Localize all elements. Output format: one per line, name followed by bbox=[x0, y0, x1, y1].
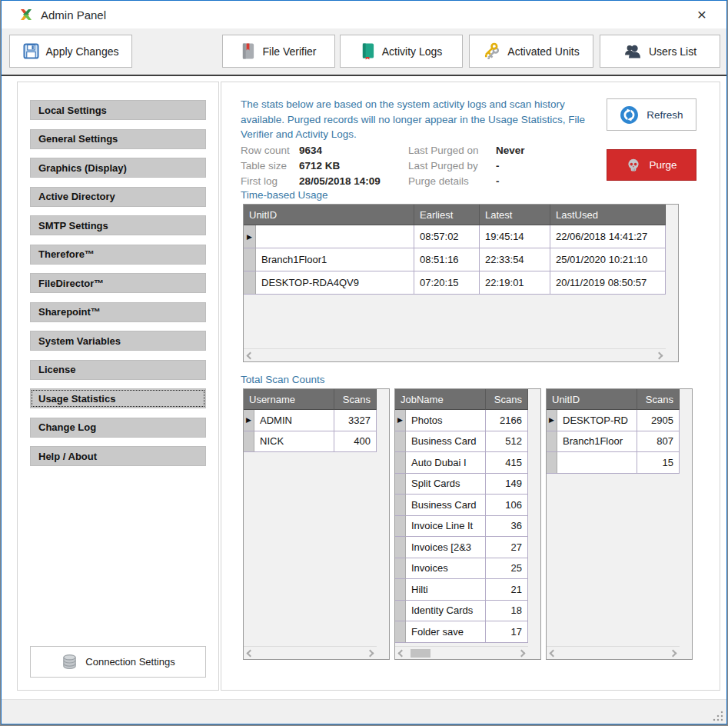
stat-value: - bbox=[496, 160, 500, 172]
close-button[interactable]: × bbox=[686, 1, 717, 28]
cell-jobname: Business Card bbox=[406, 431, 486, 453]
stat-label: Last Purged on bbox=[408, 145, 496, 156]
column-header-jobname[interactable]: JobName bbox=[395, 389, 486, 410]
stats-description: The stats below are based on the system … bbox=[241, 97, 598, 142]
cell-scans: 512 bbox=[486, 431, 528, 453]
refresh-icon bbox=[620, 105, 639, 125]
table-row[interactable]: Business Card512 bbox=[395, 431, 528, 453]
sidebar-item-system-variables[interactable]: System Variables bbox=[30, 331, 206, 351]
scroll-right-icon[interactable] bbox=[670, 649, 677, 657]
sidebar-item-graphics-display[interactable]: Graphics (Display) bbox=[30, 158, 206, 178]
connection-settings-button[interactable]: Connection Settings bbox=[30, 646, 206, 678]
scroll-left-icon[interactable] bbox=[247, 649, 254, 657]
column-header-lastused[interactable]: LastUsed bbox=[550, 205, 666, 225]
table-row[interactable]: Split Cards149 bbox=[395, 474, 528, 495]
column-header-unitid[interactable]: UnitID bbox=[244, 205, 414, 225]
cell-scans: 18 bbox=[486, 601, 528, 622]
column-header-unitid[interactable]: UnitID bbox=[547, 389, 637, 410]
horizontal-scrollbar[interactable] bbox=[547, 646, 680, 659]
row-selector-cell bbox=[395, 601, 406, 622]
horizontal-scroll-thumb[interactable] bbox=[411, 649, 430, 658]
table-row[interactable]: Auto Dubai I415 bbox=[395, 452, 528, 474]
cell-jobname: Identity Cards bbox=[406, 601, 486, 622]
table-row[interactable]: Identity Cards18 bbox=[395, 601, 528, 622]
users-icon bbox=[623, 43, 642, 60]
stat-value: 9634 bbox=[299, 145, 322, 156]
book-green-icon bbox=[361, 42, 375, 60]
scroll-left-icon[interactable] bbox=[550, 649, 557, 657]
app-logo-icon bbox=[18, 7, 34, 22]
activated-units-label: Activated Units bbox=[507, 45, 579, 58]
stat-value: Never bbox=[496, 145, 525, 156]
cell-scans: 149 bbox=[486, 474, 528, 495]
column-header-scans[interactable]: Scans bbox=[637, 389, 680, 410]
table-row[interactable]: ▶Photos2166 bbox=[395, 410, 528, 431]
horizontal-scrollbar[interactable] bbox=[244, 646, 377, 659]
purge-button[interactable]: Purge bbox=[607, 149, 696, 181]
scroll-right-icon[interactable] bbox=[518, 649, 526, 657]
time-based-usage-table: UnitIDEarliestLatestLastUsed▶08:57:0219:… bbox=[243, 204, 679, 362]
horizontal-scrollbar[interactable] bbox=[395, 646, 528, 659]
total-scan-counts-title: Total Scan Counts bbox=[241, 374, 325, 385]
table-row[interactable]: 15 bbox=[547, 452, 680, 474]
sidebar-item-label: Change Log bbox=[38, 421, 96, 433]
table-row[interactable]: Folder save17 bbox=[395, 621, 528, 643]
refresh-button[interactable]: Refresh bbox=[607, 98, 696, 131]
column-header-earliest[interactable]: Earliest bbox=[414, 205, 480, 225]
row-selector-cell bbox=[395, 516, 406, 538]
row-selector-cell bbox=[395, 558, 406, 580]
column-header-username[interactable]: Username bbox=[244, 389, 334, 410]
stat-row: Table size6712 KB bbox=[241, 158, 381, 173]
sidebar-item-local-settings[interactable]: Local Settings bbox=[30, 100, 206, 120]
scroll-left-icon[interactable] bbox=[247, 351, 254, 359]
sidebar-item-usage-statistics[interactable]: Usage Statistics bbox=[30, 388, 206, 408]
scroll-right-icon[interactable] bbox=[367, 649, 374, 657]
cell-unitid: Branch1Floor bbox=[557, 431, 637, 453]
table-body: ▶08:57:0219:45:1422/06/2018 14:41:27Bran… bbox=[244, 225, 666, 348]
column-header-scans[interactable]: Scans bbox=[334, 389, 377, 410]
scroll-right-icon[interactable] bbox=[656, 351, 663, 359]
sidebar-item-sharepoint[interactable]: Sharepoint™ bbox=[30, 302, 206, 322]
table-row[interactable]: Invoices [2&327 bbox=[395, 537, 528, 558]
table-row[interactable]: Branch1Floor108:51:1622:33:5425/01/2020 … bbox=[244, 248, 666, 271]
stats-right-column: Last Purged onNeverLast Purged by-Purge … bbox=[408, 142, 525, 188]
row-selector-cell: ▶ bbox=[244, 225, 256, 248]
activity-logs-button[interactable]: Activity Logs bbox=[340, 35, 463, 68]
table-row[interactable]: Hilti21 bbox=[395, 579, 528, 601]
sidebar-item-smtp-settings[interactable]: SMTP Settings bbox=[30, 215, 206, 235]
table-grid: UsernameScans▶ADMIN3327NICK400 bbox=[244, 389, 377, 659]
cell-scans: 415 bbox=[486, 452, 528, 474]
sidebar-item-filedirector[interactable]: FileDirector™ bbox=[30, 273, 206, 293]
resize-grip-icon[interactable] bbox=[713, 711, 723, 721]
table-row[interactable]: ▶ADMIN3327 bbox=[244, 410, 377, 431]
table-header-row: UnitIDEarliestLatestLastUsed bbox=[244, 205, 666, 225]
cell-scans: 17 bbox=[486, 621, 528, 643]
scroll-left-icon[interactable] bbox=[398, 649, 406, 657]
table-row[interactable]: Business Card106 bbox=[395, 495, 528, 516]
table-row[interactable]: ▶DESKTOP-RD2905 bbox=[547, 410, 680, 431]
cell-latest: 19:45:14 bbox=[480, 225, 550, 248]
table-row[interactable]: ▶08:57:0219:45:1422/06/2018 14:41:27 bbox=[244, 225, 666, 248]
table-row[interactable]: DESKTOP-RDA4QV907:20:1522:19:0120/11/201… bbox=[244, 271, 666, 295]
file-verifier-button[interactable]: File Verifier bbox=[222, 35, 335, 68]
table-row[interactable]: Branch1Floor807 bbox=[547, 431, 680, 453]
activated-units-button[interactable]: Activated Units bbox=[469, 35, 593, 68]
sidebar-item-change-log[interactable]: Change Log bbox=[30, 418, 206, 438]
sidebar-item-label: Graphics (Display) bbox=[38, 162, 127, 174]
sidebar-item-therefore[interactable]: Therefore™ bbox=[30, 245, 206, 265]
sidebar-item-help-about[interactable]: Help / About bbox=[30, 446, 206, 466]
column-header-latest[interactable]: Latest bbox=[480, 205, 550, 225]
sidebar-item-label: Active Directory bbox=[38, 191, 115, 202]
cell-unitid: DESKTOP-RD bbox=[557, 410, 637, 431]
cell-scans: 25 bbox=[486, 558, 528, 580]
table-row[interactable]: NICK400 bbox=[244, 431, 377, 453]
table-row[interactable]: Invoices25 bbox=[395, 558, 528, 580]
users-list-button[interactable]: Users List bbox=[600, 35, 720, 68]
apply-changes-button[interactable]: Apply Changes bbox=[9, 35, 132, 68]
horizontal-scrollbar[interactable] bbox=[244, 348, 666, 361]
sidebar-item-general-settings[interactable]: General Settings bbox=[30, 129, 206, 149]
sidebar-item-license[interactable]: License bbox=[30, 360, 206, 380]
table-row[interactable]: Invoice Line It36 bbox=[395, 516, 528, 538]
sidebar-item-active-directory[interactable]: Active Directory bbox=[30, 187, 206, 207]
column-header-scans[interactable]: Scans bbox=[486, 389, 528, 410]
